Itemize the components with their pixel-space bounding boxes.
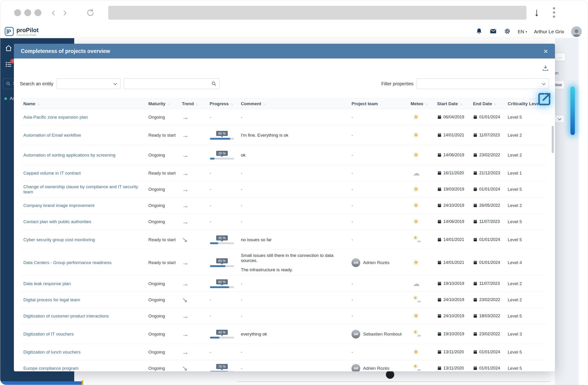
download-icon[interactable]: ↓ [534,6,539,19]
column-header-maturity[interactable]: Maturity↑↓ [146,99,179,109]
open-in-new-window-icon[interactable] [536,91,553,107]
project-name-link[interactable]: Digital process for legal team [23,297,80,302]
project-name-link[interactable]: Digitization of customer-product interac… [23,314,109,319]
project-name-link[interactable]: Digitization of IT vouchers [23,332,74,336]
sort-arrows-icon[interactable]: ↑↓ [263,102,265,106]
table-row: Cyber security group cost monitoringRead… [21,230,546,250]
project-team: ARAdrien Rozès [352,364,406,372]
project-name-link[interactable]: Europe compliance program [23,366,79,371]
column-header-comment[interactable]: Comment↑↓ [239,99,349,109]
calendar-icon [473,133,478,137]
project-name-link[interactable]: Digitization of lunch vouchers [23,350,81,354]
project-name-link[interactable]: Change of ownership clause by compliance… [23,184,138,194]
column-header-trend[interactable]: Trend↑↓ [180,99,208,109]
project-name-link[interactable]: Data Centers - Group performance readine… [23,260,111,265]
project-name-link[interactable]: Asia-Pacific zone expansion plan [23,115,88,120]
empty-value: - [352,297,353,302]
settings-gear-icon[interactable] [504,28,511,36]
calendar-icon [473,350,478,354]
app-logo[interactable]: P proPilot Powered by dFakto [4,27,39,36]
criticality-level: Level 5 [508,237,522,242]
project-name-link[interactable]: Automation of Email workflow [23,133,81,138]
search-box[interactable] [124,78,219,89]
trend-right-arrow-icon: → [182,348,189,356]
language-selector[interactable]: EN ▾ [518,29,527,34]
meteo-sunny-icon: ☀ [413,348,419,356]
column-header-progress[interactable]: Progress↑↓ [208,99,239,109]
chevron-down-icon [113,82,117,85]
background-avatar [386,370,394,379]
background-more-button[interactable]: ... [555,53,565,61]
sort-arrows-icon[interactable]: ↑↓ [196,102,198,106]
maturity-value: Ongoing [148,366,165,371]
meteo-sunny-icon: ☀ [413,202,419,209]
entity-select[interactable] [57,78,121,89]
project-name-link[interactable]: Cyber security group cost monitoring [23,237,95,242]
browser-menu-icon[interactable] [553,7,555,18]
meteo-cloudy-icon: ☁ [413,280,420,287]
maturity-value: Ready to start [148,260,175,265]
column-header-end-date[interactable]: End Date↑↓ [471,99,505,109]
sort-arrows-icon[interactable]: ↑↓ [460,102,462,106]
comment-text: I'm fine. Everything is ok [241,133,288,138]
project-name-link[interactable]: Data leak response plan [23,281,71,286]
trend-right-arrow-icon: → [182,218,189,225]
sidebar-tasks-icon[interactable]: 1 [5,61,13,69]
start-date: 06/04/2019 [437,115,468,120]
search-icon[interactable] [211,81,216,86]
window-controls[interactable] [14,9,42,16]
scrollbar-thumb[interactable] [552,126,554,153]
messages-envelope-icon[interactable] [489,27,497,36]
sort-arrows-icon[interactable]: ↑↓ [231,102,233,106]
progress-badge: 40 % [216,330,228,335]
criticality-level: Level 5 [508,115,522,120]
background-dropdown[interactable] [554,115,565,123]
column-header-start-date[interactable]: Start Date↑↓ [435,99,471,109]
calendar-icon [437,133,442,137]
calendar-icon [437,350,442,354]
end-date: 26/05/2022 [473,203,503,208]
calendar-icon [437,298,442,302]
end-date: 11/07/2023 [473,281,503,286]
start-date: 16/11/2020 [437,171,468,175]
back-icon[interactable]: ‹ [52,5,55,19]
meteo-sunny-icon: ☀ [413,312,419,320]
filter-properties-select[interactable] [417,78,549,89]
search-input[interactable] [124,81,211,86]
empty-value: - [352,203,353,208]
notifications-bell-icon[interactable] [476,28,483,36]
user-name[interactable]: Arthur Le Grix [534,29,564,34]
sort-arrows-icon[interactable]: ↑↓ [167,102,169,106]
close-icon[interactable]: × [543,48,548,55]
project-name-link[interactable]: Automation of sorting applications by sc… [23,153,115,157]
export-download-icon[interactable] [542,64,549,72]
window-dot-icon[interactable] [24,9,31,16]
project-name-link[interactable]: Company brand image improvement [23,203,94,208]
column-header-name[interactable]: Name↑↓ [21,99,146,109]
project-name-link[interactable]: Capped volume in IT contract [23,171,81,175]
calendar-icon [473,260,478,265]
empty-value: - [210,115,211,120]
meteo-sunny-icon: ☀ [413,113,419,121]
address-bar[interactable] [108,6,526,20]
background-orange-accent [82,380,83,385]
criticality-level: Level 5 [508,314,522,319]
refresh-icon[interactable] [86,9,95,18]
calendar-icon [437,332,442,336]
highlighted-scrollbar[interactable] [570,86,575,135]
project-team: ARAdrien Rozès [352,258,406,267]
sort-arrows-icon[interactable]: ↑↓ [37,102,40,106]
browser-window: ‹ › ↓ P proPilot Powered by dFakto [0,0,588,385]
window-dot-icon[interactable] [34,9,42,16]
end-date: 01/01/2024 [473,115,503,120]
end-date: 01/01/2024 [473,187,503,192]
trend-right-arrow-icon: → [182,113,189,121]
sort-arrows-icon[interactable]: ↑↓ [425,102,427,106]
column-header-meteo[interactable]: Meteo↑↓ [408,99,435,109]
maturity-value: Ongoing [148,203,165,208]
user-avatar[interactable] [571,26,582,37]
project-name-link[interactable]: Contact plan with public authorities [23,219,91,224]
sort-arrows-icon[interactable]: ↑↓ [494,102,496,106]
window-dot-icon[interactable] [14,9,21,16]
forward-icon[interactable]: › [63,5,67,19]
